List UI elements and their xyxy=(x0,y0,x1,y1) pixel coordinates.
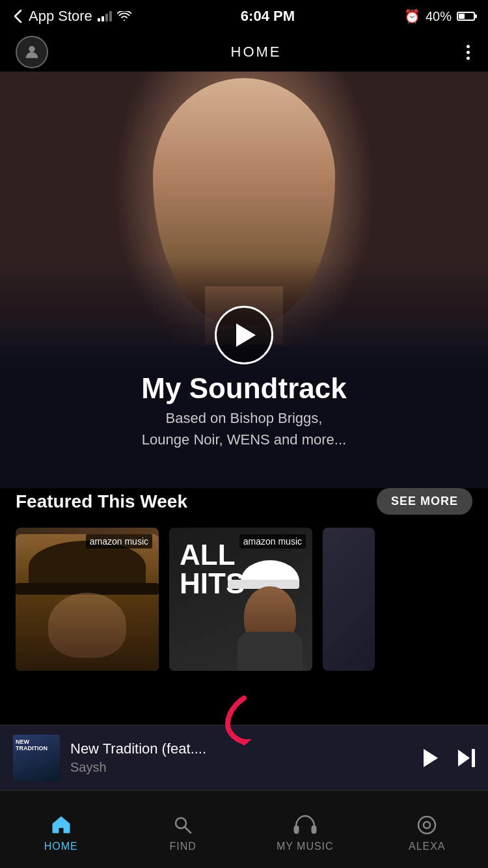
play-hero-button[interactable] xyxy=(215,306,273,364)
user-avatar[interactable] xyxy=(16,36,48,68)
nav-item-find[interactable]: FIND xyxy=(122,807,245,852)
user-icon xyxy=(23,43,41,61)
album-card-3[interactable] xyxy=(323,528,375,671)
nav-label-find: FIND xyxy=(170,841,197,852)
mini-album-art: NEWTRADITION xyxy=(13,735,60,781)
nav-item-my-music[interactable]: MY MUSIC xyxy=(244,807,366,852)
mini-artist-name: Saysh xyxy=(70,760,406,775)
mini-skip-button[interactable] xyxy=(458,749,475,767)
svg-line-3 xyxy=(185,827,191,833)
album-1-badge: amazon music xyxy=(86,534,152,549)
status-time: 6:04 PM xyxy=(241,8,295,25)
carrier-label: App Store xyxy=(29,8,92,25)
album-card-2[interactable]: ALLHITS amazon music xyxy=(169,528,312,671)
alarm-icon: ⏰ xyxy=(404,8,420,24)
nav-label-alexa: ALEXA xyxy=(409,841,446,852)
wifi-icon xyxy=(117,11,131,21)
featured-header: Featured This Week SEE MORE xyxy=(0,488,488,515)
featured-title: Featured This Week xyxy=(16,491,187,512)
svg-rect-4 xyxy=(294,826,299,834)
status-right: ⏰ 40% xyxy=(404,8,475,24)
status-bar: App Store 6:04 PM ⏰ 40% xyxy=(0,0,488,33)
app-header: HOME xyxy=(0,33,488,72)
mini-player-controls xyxy=(416,745,475,771)
hero-subtitle: Based on Bishop Briggs,Lounge Noir, WENS… xyxy=(0,407,488,450)
battery-icon xyxy=(457,12,475,21)
skip-triangle-icon xyxy=(458,750,470,766)
svg-point-6 xyxy=(418,817,435,834)
nav-label-my-music: MY MUSIC xyxy=(277,841,334,852)
bottom-nav: HOME FIND MY MUSIC ALEXA xyxy=(0,790,488,868)
page-title: HOME xyxy=(231,44,282,61)
search-icon xyxy=(171,813,195,837)
mini-album-text: NEWTRADITION xyxy=(16,739,47,753)
annotation-arrow-icon xyxy=(218,695,270,747)
svg-point-0 xyxy=(29,46,34,52)
nav-label-home: HOME xyxy=(44,841,78,852)
battery-percent: 40% xyxy=(426,9,452,24)
mini-play-icon xyxy=(424,749,438,767)
hero-title: My Soundtrack xyxy=(0,372,488,405)
skip-bar-icon xyxy=(472,749,475,767)
hero-section: My Soundtrack Based on Bishop Briggs,Lou… xyxy=(0,72,488,488)
svg-point-7 xyxy=(424,822,430,828)
alexa-icon xyxy=(415,813,439,837)
arrow-annotation xyxy=(218,695,270,750)
play-icon xyxy=(236,323,256,347)
nav-item-home[interactable]: HOME xyxy=(0,807,122,852)
albums-row: amazon music ALLHITS amazon music xyxy=(0,528,488,671)
status-left: App Store xyxy=(13,8,131,25)
headphones-icon xyxy=(293,813,317,837)
album-2-badge: amazon music xyxy=(239,534,306,549)
see-more-button[interactable]: SEE MORE xyxy=(377,488,472,515)
more-options-button[interactable] xyxy=(464,42,472,62)
mini-play-button[interactable] xyxy=(416,745,442,771)
album-card-1[interactable]: amazon music xyxy=(16,528,159,671)
nav-item-alexa[interactable]: ALEXA xyxy=(366,807,489,852)
featured-section: Featured This Week SEE MORE amazon music… xyxy=(0,488,488,671)
home-icon xyxy=(49,813,73,837)
signal-bars xyxy=(98,11,112,21)
svg-rect-5 xyxy=(312,826,316,834)
